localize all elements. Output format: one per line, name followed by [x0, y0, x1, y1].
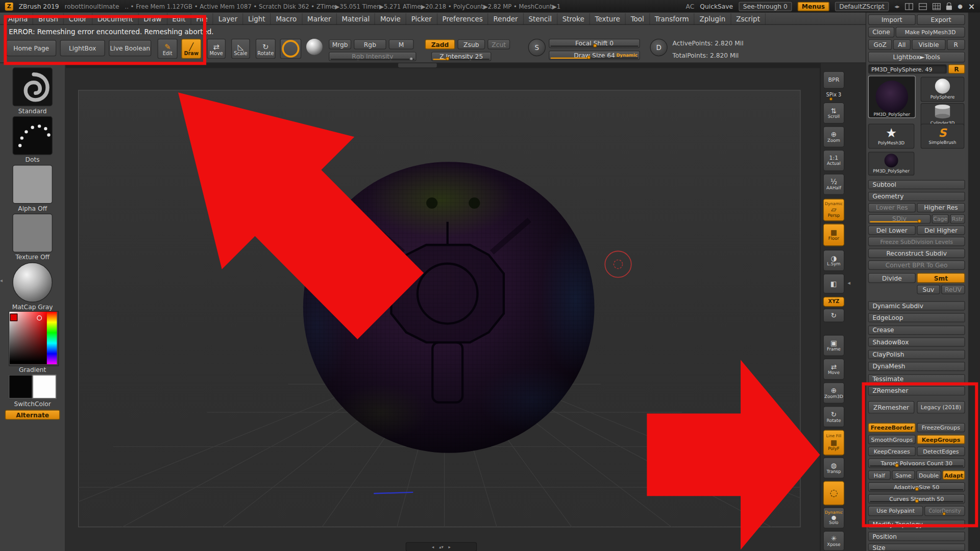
- crease-section-header[interactable]: Crease: [868, 325, 965, 335]
- move3d-button[interactable]: ⇄Move: [823, 359, 845, 380]
- main-color-swatch[interactable]: [9, 375, 33, 399]
- live-boolean-button[interactable]: Live Boolean: [109, 40, 151, 56]
- geometry-section-header[interactable]: Geometry: [868, 192, 965, 201]
- tool-thumbnail-polymesh3d[interactable]: ★ PolyMesh3D: [868, 123, 915, 148]
- color-picker[interactable]: [9, 311, 59, 366]
- mrgb-button[interactable]: Mrgb: [329, 39, 351, 49]
- menu-texture[interactable]: Texture: [590, 13, 626, 24]
- menu-alpha[interactable]: Alpha: [3, 13, 33, 24]
- higher-res-button[interactable]: Higher Res: [917, 203, 965, 212]
- actual-button[interactable]: 1:1Actual: [823, 150, 845, 171]
- color-hue-strip[interactable]: [47, 312, 57, 364]
- menu-light[interactable]: Light: [243, 13, 271, 24]
- suv-button[interactable]: Suv: [917, 285, 940, 294]
- layout-rows-icon[interactable]: [919, 3, 927, 10]
- curves-strength-knob[interactable]: [915, 499, 919, 503]
- legacy-2018-button[interactable]: Legacy (2018): [917, 401, 965, 413]
- color-density-slider[interactable]: ColorDensity: [924, 506, 965, 516]
- tool-thumbnail-polysphere[interactable]: PolySphere: [921, 77, 965, 102]
- sdiv-slider[interactable]: SDiv: [868, 214, 930, 223]
- rgb-intensity-knob[interactable]: [409, 57, 413, 60]
- shadowbox-section-header[interactable]: ShadowBox: [868, 337, 965, 346]
- menu-document[interactable]: Document: [92, 13, 139, 24]
- alternate-button[interactable]: Alternate: [5, 410, 60, 420]
- nav-right-icon[interactable]: ▸: [449, 544, 451, 549]
- nav-up-down-icon[interactable]: ▴▾: [439, 544, 444, 549]
- quicksave-button[interactable]: QuickSave: [700, 3, 733, 10]
- focal-shift-dial[interactable]: S: [528, 39, 546, 56]
- make-polymesh3d-button[interactable]: Make PolyMesh3D: [896, 27, 965, 38]
- color-density-knob[interactable]: [943, 512, 946, 515]
- detect-edges-toggle[interactable]: DetectEdges: [917, 447, 965, 456]
- divider-splitter-icon[interactable]: ◂▸: [894, 4, 899, 9]
- rgb-intensity-slider[interactable]: Rgb Intensity: [329, 52, 416, 61]
- adaptive-size-slider[interactable]: AdaptiveSize 50: [868, 482, 965, 491]
- draw-button[interactable]: ╱ Draw: [181, 39, 201, 59]
- sdiv-knob[interactable]: [918, 219, 921, 223]
- tool-thumbnail-pm3d-polysphere[interactable]: PM3D_PolySpher: [868, 152, 915, 176]
- curves-strength-slider[interactable]: Curves Strength 50: [868, 494, 965, 504]
- divide-button[interactable]: Divide: [868, 273, 916, 283]
- secondary-color-swatch[interactable]: [33, 375, 57, 399]
- export-button[interactable]: Export: [917, 14, 965, 25]
- tessimate-section-header[interactable]: Tessimate: [868, 374, 965, 383]
- reuv-button[interactable]: ReUV: [941, 285, 965, 294]
- reconstruct-subdiv-button[interactable]: Reconstruct Subdiv: [868, 248, 965, 258]
- lower-res-button[interactable]: Lower Res: [868, 203, 916, 212]
- frame-button[interactable]: ▣Frame: [823, 335, 845, 356]
- menu-layer[interactable]: Layer: [213, 13, 243, 24]
- scroll-button[interactable]: ⇅Scroll: [823, 103, 845, 124]
- modify-topology-section-header[interactable]: Modify Topology: [868, 520, 965, 529]
- menu-tool[interactable]: Tool: [626, 13, 650, 24]
- scale-button[interactable]: ◺ Scale: [231, 39, 250, 59]
- record-icon[interactable]: ●: [958, 3, 963, 9]
- lsym-button[interactable]: ◑L.Sym: [823, 250, 845, 271]
- zcut-button[interactable]: Zcut: [487, 39, 510, 49]
- edgeloop-section-header[interactable]: EdgeLoop: [868, 313, 965, 322]
- lock-icon[interactable]: [946, 5, 952, 10]
- zoom-button[interactable]: ⊕Zoom: [823, 126, 845, 147]
- menu-brush[interactable]: Brush: [33, 13, 64, 24]
- home-page-button[interactable]: Home Page: [6, 40, 56, 56]
- double-button[interactable]: Double: [916, 470, 941, 480]
- goz-visible-button[interactable]: Visible: [912, 39, 946, 50]
- menu-material[interactable]: Material: [337, 13, 376, 24]
- xpose-button[interactable]: ✳Xpose: [823, 531, 845, 551]
- current-tool-thumbnail[interactable]: PM3D_PolySpher: [868, 76, 916, 118]
- current-brush-thumbnail[interactable]: [12, 67, 52, 106]
- current-stroke-thumbnail[interactable]: [12, 116, 52, 155]
- freeze-subdivision-button[interactable]: Freeze SubDivision Levels: [868, 237, 965, 246]
- floor-button[interactable]: ▦Floor: [823, 223, 845, 246]
- menu-draw[interactable]: Draw: [139, 13, 167, 24]
- adaptive-size-knob[interactable]: [915, 487, 919, 491]
- palette-divider-handle[interactable]: ◂: [0, 278, 3, 284]
- menu-color[interactable]: Color: [64, 13, 92, 24]
- subtool-section-header[interactable]: Subtool: [868, 180, 965, 189]
- draw-size-slider[interactable]: Draw Size 64 Dynamic: [549, 51, 640, 60]
- zsub-button[interactable]: Zsub: [457, 39, 485, 49]
- spin-axis-button[interactable]: ↻: [823, 309, 845, 322]
- menus-toggle[interactable]: Menus: [797, 2, 829, 11]
- zremesher-run-button[interactable]: ZRemesher: [868, 401, 915, 413]
- polyframe-button[interactable]: Line Fill▦PolyF: [823, 430, 845, 455]
- rotate-button[interactable]: ↻ Rotate: [256, 39, 276, 59]
- lightbox-tools-button[interactable]: Lightbox►Tools: [868, 52, 965, 63]
- draw-size-dynamic-dial[interactable]: D: [650, 39, 667, 56]
- menu-transform[interactable]: Transform: [650, 13, 695, 24]
- zoom3d-button[interactable]: ⊕Zoom3D: [823, 382, 845, 404]
- use-polypaint-toggle[interactable]: Use Polypaint: [868, 506, 923, 516]
- draw-size-knob[interactable]: [587, 56, 591, 59]
- edit-button[interactable]: ✎ Edit: [158, 39, 178, 59]
- zremesher-section-header[interactable]: ZRemesher: [868, 386, 965, 395]
- sphere-model[interactable]: [284, 162, 612, 453]
- menu-stroke[interactable]: Stroke: [557, 13, 590, 24]
- menu-macro[interactable]: Macro: [271, 13, 303, 24]
- rgb-button[interactable]: Rgb: [354, 39, 386, 49]
- move-button[interactable]: ⇄ Move: [207, 39, 226, 59]
- see-through-control[interactable]: See-through 0: [739, 2, 792, 11]
- z-intensity-knob[interactable]: [446, 57, 449, 60]
- current-material-thumbnail[interactable]: [12, 262, 52, 302]
- same-button[interactable]: Same: [892, 470, 915, 480]
- m-button[interactable]: M: [389, 39, 414, 49]
- persp-button[interactable]: Dynamic▱Persp: [823, 198, 845, 221]
